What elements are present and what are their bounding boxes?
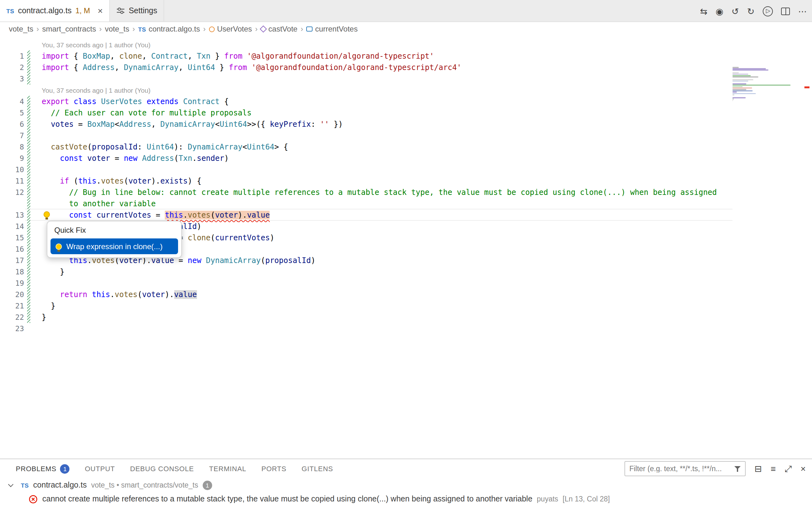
line-number[interactable]: 11 [0, 175, 24, 187]
line-number[interactable]: 6 [0, 119, 24, 130]
code-line-21[interactable]: 21 } [0, 300, 732, 312]
git-added-gutter-indicator[interactable] [27, 107, 30, 119]
line-number[interactable]: 10 [0, 164, 24, 175]
next-change-icon[interactable]: ↻ [747, 7, 754, 16]
panel-tab-ports[interactable]: PORTS [261, 465, 286, 472]
problem-item-error[interactable]: cannot create multiple references to a m… [0, 492, 812, 506]
line-number[interactable]: 17 [0, 255, 24, 266]
line-number[interactable]: 12 [0, 187, 24, 198]
breadcrumb-item[interactable]: vote_ts [9, 25, 33, 33]
line-number[interactable]: 16 [0, 244, 24, 255]
line-number[interactable]: 14 [0, 221, 24, 232]
line-number[interactable]: 18 [0, 266, 24, 277]
breadcrumb-item-file[interactable]: TScontract.algo.ts [138, 25, 200, 33]
breadcrumb-item-variable[interactable]: currentVotes [306, 25, 358, 33]
chevron-down-icon[interactable] [8, 481, 14, 487]
git-added-gutter-indicator[interactable] [27, 232, 30, 244]
code-line-20[interactable]: 20 return this.votes(voter).value [0, 289, 732, 300]
panel-tab-gitlens[interactable]: GITLENS [301, 465, 333, 472]
panel-tab-terminal[interactable]: TERMINAL [209, 465, 246, 472]
line-number[interactable]: 4 [0, 96, 24, 107]
code-line-8[interactable]: 8 castVote(proposalId: Uint64): DynamicA… [0, 141, 732, 153]
code-line-1[interactable]: 1import { BoxMap, clone, Contract, Txn }… [0, 50, 732, 62]
code-line-4[interactable]: 4export class UserVotes extends Contract… [0, 96, 732, 107]
line-number[interactable]: 15 [0, 232, 24, 244]
git-added-gutter-indicator[interactable] [27, 50, 30, 62]
problems-file-row[interactable]: TS contract.algo.ts vote_ts • smart_cont… [0, 478, 812, 492]
git-added-gutter-indicator[interactable] [27, 244, 30, 255]
problems-filter-input[interactable] [629, 465, 730, 472]
line-number[interactable]: 9 [0, 153, 24, 164]
code-line-7[interactable]: 7 [0, 130, 732, 141]
git-added-gutter-indicator[interactable] [27, 175, 30, 187]
line-number[interactable]: 19 [0, 277, 24, 289]
git-added-gutter-indicator[interactable] [27, 255, 30, 266]
code-line-23[interactable]: 23 [0, 323, 732, 334]
code-line-13[interactable]: 13 const currentVotes = this.votes(voter… [0, 209, 732, 221]
git-added-gutter-indicator[interactable] [27, 300, 30, 312]
git-added-gutter-indicator[interactable] [27, 312, 30, 323]
close-panel-icon[interactable]: × [800, 464, 806, 473]
code-line-wrap[interactable]: to another variable [0, 198, 732, 209]
collapse-all-icon[interactable]: ⊟ [754, 464, 762, 473]
quick-fix-action-wrap-in-clone[interactable]: Wrap expression in clone(...) [50, 239, 178, 254]
line-number[interactable]: 8 [0, 141, 24, 153]
toggle-blame-icon[interactable]: ◉ [716, 7, 723, 16]
codelens-annotation[interactable]: You, 37 seconds ago | 1 author (You) [0, 85, 732, 96]
git-compare-icon[interactable]: ⇆ [700, 7, 707, 16]
breadcrumb-item[interactable]: smart_contracts [42, 25, 96, 33]
codelens-annotation[interactable]: You, 37 seconds ago | 1 author (You) [0, 39, 732, 50]
code-line-11[interactable]: 11 if (this.votes(voter).exists) { [0, 175, 732, 187]
git-added-gutter-indicator[interactable] [27, 277, 30, 289]
code-line-10[interactable]: 10 [0, 164, 732, 175]
git-added-gutter-indicator[interactable] [27, 130, 30, 141]
line-number[interactable]: 22 [0, 312, 24, 323]
git-added-gutter-indicator[interactable] [27, 221, 30, 232]
maximize-panel-icon[interactable]: ⤢ [785, 464, 791, 473]
code-line-18[interactable]: 18 } [0, 266, 732, 277]
minimap[interactable] [732, 67, 793, 103]
view-as-table-icon[interactable]: ≡ [771, 464, 776, 473]
code-editor[interactable]: You, 37 seconds ago | 1 author (You)1imp… [0, 36, 812, 458]
git-added-gutter-indicator[interactable] [27, 73, 30, 85]
line-number[interactable]: 7 [0, 130, 24, 141]
breadcrumb-item[interactable]: vote_ts [105, 25, 129, 33]
code-line-22[interactable]: 22} [0, 312, 732, 323]
code-line-5[interactable]: 5 // Each user can vote for multiple pro… [0, 107, 732, 119]
line-number[interactable]: 23 [0, 323, 24, 334]
git-added-gutter-indicator[interactable] [27, 209, 30, 221]
panel-tab-problems[interactable]: PROBLEMS1 [16, 464, 70, 473]
tab-contract-algo-ts[interactable]: TS contract.algo.ts 1, M × [0, 0, 110, 21]
line-number[interactable]: 3 [0, 73, 24, 85]
breadcrumb-item-class[interactable]: UserVotes [209, 25, 252, 33]
git-added-gutter-indicator[interactable] [27, 153, 30, 164]
git-added-gutter-indicator[interactable] [27, 289, 30, 300]
line-number[interactable]: 21 [0, 300, 24, 312]
git-added-gutter-indicator[interactable] [27, 164, 30, 175]
run-file-icon[interactable]: ▷ [763, 6, 773, 16]
git-added-gutter-indicator[interactable] [27, 198, 30, 209]
code-line-9[interactable]: 9 const voter = new Address(Txn.sender) [0, 153, 732, 164]
tab-settings[interactable]: Settings [110, 0, 164, 21]
git-added-gutter-indicator[interactable] [27, 119, 30, 130]
git-added-gutter-indicator[interactable] [27, 141, 30, 153]
close-tab-icon[interactable]: × [98, 6, 103, 16]
code-line-3[interactable]: 3 [0, 73, 732, 85]
code-line-2[interactable]: 2import { Address, DynamicArray, Uint64 … [0, 62, 732, 73]
more-actions-icon[interactable]: ⋯ [798, 7, 807, 16]
git-added-gutter-indicator[interactable] [27, 96, 30, 107]
split-editor-icon[interactable] [781, 7, 790, 15]
line-number[interactable]: 13 [0, 209, 24, 221]
previous-change-icon[interactable]: ↺ [731, 7, 739, 16]
line-number[interactable]: 20 [0, 289, 24, 300]
panel-tab-output[interactable]: OUTPUT [85, 465, 115, 472]
git-added-gutter-indicator[interactable] [27, 266, 30, 277]
panel-tab-debug-console[interactable]: DEBUG CONSOLE [130, 465, 194, 472]
code-line-19[interactable]: 19 [0, 277, 732, 289]
line-number[interactable]: 1 [0, 50, 24, 62]
line-number[interactable]: 5 [0, 107, 24, 119]
line-number[interactable]: 2 [0, 62, 24, 73]
breadcrumb-item-method[interactable]: castVote [261, 25, 297, 33]
code-line-12[interactable]: 12 // Bug in line below: cannot create m… [0, 187, 732, 198]
filter-icon[interactable] [734, 466, 740, 472]
